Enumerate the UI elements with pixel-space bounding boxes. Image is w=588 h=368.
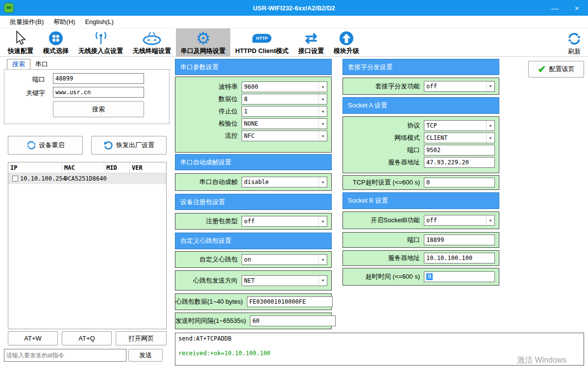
flow-control-select[interactable]: NFC▼ (242, 131, 327, 141)
server-a-input[interactable] (424, 157, 495, 168)
search-button[interactable]: 搜索 (53, 101, 144, 117)
col-mac[interactable]: MAC (62, 162, 104, 173)
menu-batch-operations[interactable]: 批量操作(B) (5, 16, 49, 28)
tool-ap-settings[interactable]: 无线接入点设置 (74, 28, 128, 56)
port-b-label: 端口 (343, 236, 424, 244)
heartbeat-enable-row: 自定义心跳包 on▼ (175, 251, 332, 268)
device-mac: 9CA5251D8640 (62, 173, 104, 184)
device-ver (130, 173, 166, 184)
tool-quick-config[interactable]: 快速配置 (3, 28, 38, 56)
auto-frame-select[interactable]: disable▼ (242, 177, 327, 187)
flow-control-label: 流控 (175, 131, 242, 140)
tool-module-upgrade[interactable]: 模块升级 (329, 28, 364, 56)
menu-help[interactable]: 帮助(H) (49, 16, 80, 28)
timeout-b-input[interactable]: 0 (424, 271, 495, 282)
device-reboot-button[interactable]: 设备重启 (8, 136, 83, 155)
factory-reset-button[interactable]: 恢复出厂设置 (91, 136, 167, 155)
device-table-header: IP MAC MID VER (8, 162, 166, 173)
col-ver[interactable]: VER (130, 162, 166, 173)
tool-mode-select[interactable]: 模式选择 (38, 28, 74, 56)
section-register-packet: 设备注册包设置 (175, 194, 332, 210)
upgrade-arrow-icon (339, 30, 354, 47)
register-type-select[interactable]: off▼ (242, 216, 327, 227)
chevron-down-icon: ▼ (318, 216, 327, 226)
socket-b-enable-select[interactable]: off▼ (424, 215, 495, 226)
data-bits-label: 数据位 (175, 95, 242, 104)
keyword-label: 关键字 (15, 89, 45, 98)
data-bits-select[interactable]: 8▼ (242, 94, 327, 105)
table-row[interactable]: 10.10.100.254 9CA5251D8640 (8, 173, 166, 184)
tab-serial[interactable]: 串口 (30, 59, 53, 70)
timeout-b-row: 超时时间 (<=600 s) 0 (343, 268, 499, 286)
server-b-input[interactable] (424, 253, 495, 263)
factory-undo-icon (103, 140, 113, 150)
heartbeat-data-input[interactable] (247, 296, 333, 307)
http-cloud-icon: HTTP (252, 30, 272, 47)
section-heartbeat: 自定义心跳包设置 (175, 233, 332, 249)
app-logo-icon (4, 3, 14, 13)
tcp-timeout-input[interactable] (424, 178, 495, 187)
port-b-row: 端口 (343, 232, 499, 248)
chevron-down-icon: ▼ (486, 121, 494, 131)
ap-antenna-icon (91, 30, 111, 47)
serial-params-panel: 波特率 9600▼ 数据位 8▼ 停止位 1▼ 检验位 NONE▼ 流控 NFC… (175, 77, 332, 153)
network-mode-select[interactable]: CLIENT▼ (424, 132, 495, 143)
at-q-button[interactable]: AT+Q (62, 331, 112, 345)
section-auto-frame: 串口自动成帧设置 (175, 154, 332, 170)
chevron-down-icon: ▼ (318, 119, 327, 129)
send-interval-label: 发送时间间隔(1~65535s) (175, 316, 250, 325)
col-ip[interactable]: IP (8, 162, 62, 173)
heartbeat-data-row: 心跳包数据(1~40 bytes) (175, 293, 332, 310)
tool-httpd-client[interactable]: HTTP HTTPD Client模式 (230, 28, 294, 56)
socket-a-panel: 协议 TCP▼ 网络模式 CLIENT▼ 端口 服务器地址 (343, 116, 499, 173)
tool-sta-settings[interactable]: 无线终端设置 (128, 28, 176, 56)
heartbeat-enable-label: 自定义心跳包 (175, 255, 242, 264)
section-socket-b: Socket B 设置 (343, 192, 499, 209)
close-button[interactable]: × (566, 0, 588, 16)
socket-b-enable-row: 开启SocketB功能 off▼ (343, 211, 499, 229)
minimize-button[interactable]: — (544, 0, 566, 16)
tool-refresh[interactable]: 刷新 (564, 28, 585, 57)
heartbeat-enable-select[interactable]: on▼ (242, 254, 327, 265)
tool-interface-settings[interactable]: ⇄ 接口设置 (294, 28, 329, 56)
chevron-down-icon: ▼ (318, 276, 327, 286)
send-button[interactable]: 发送 (128, 349, 163, 362)
protocol-select[interactable]: TCP▼ (424, 120, 495, 131)
chevron-down-icon: ▼ (318, 82, 327, 92)
socket-dist-select[interactable]: off▼ (424, 81, 495, 92)
configure-page-button[interactable]: ✔ 配置该页 (528, 61, 584, 78)
stop-bits-select[interactable]: 1▼ (242, 106, 327, 117)
parity-select[interactable]: NONE▼ (242, 118, 327, 129)
keyword-input[interactable] (53, 87, 144, 98)
reboot-refresh-icon (26, 140, 36, 150)
socket-dist-row: 套接字分发功能 off▼ (343, 78, 499, 95)
tab-search[interactable]: 搜索 (7, 59, 30, 70)
open-webpage-button[interactable]: 打开网页 (116, 331, 167, 345)
port-a-input[interactable] (424, 145, 495, 156)
send-interval-input[interactable] (250, 315, 336, 326)
stop-bits-label: 停止位 (175, 107, 242, 116)
titlebar: USR-WIFI232-6xx/A2/B2/D2 — × (0, 0, 588, 16)
windows-activation-watermark: 激活 Windows (517, 355, 566, 366)
menu-english[interactable]: English(L) (80, 16, 119, 28)
sta-terminal-icon (141, 30, 163, 47)
port-a-label: 端口 (343, 146, 424, 155)
col-mid[interactable]: MID (104, 162, 130, 173)
heartbeat-direction-row: 心跳包发送方向 NET▼ (175, 270, 332, 290)
tool-serial-network-settings[interactable]: ⚙ 串口及网络设置 (176, 28, 230, 56)
mode-icon (48, 30, 64, 47)
port-b-input[interactable] (424, 235, 495, 245)
timeout-b-label: 超时时间 (<=600 s) (343, 272, 424, 281)
heartbeat-direction-select[interactable]: NET▼ (242, 275, 327, 286)
search-port-input[interactable] (53, 73, 144, 84)
at-command-input[interactable] (4, 349, 126, 362)
chevron-down-icon: ▼ (486, 81, 494, 91)
heartbeat-data-label: 心跳包数据(1~40 bytes) (175, 297, 247, 306)
baud-rate-select[interactable]: 9600▼ (242, 81, 327, 92)
network-mode-label: 网络模式 (343, 133, 424, 142)
chevron-down-icon: ▼ (318, 177, 327, 187)
device-checkbox[interactable] (12, 176, 18, 182)
port-label: 端口 (15, 75, 45, 84)
at-w-button[interactable]: AT+W (8, 331, 58, 345)
server-a-label: 服务器地址 (343, 158, 424, 167)
